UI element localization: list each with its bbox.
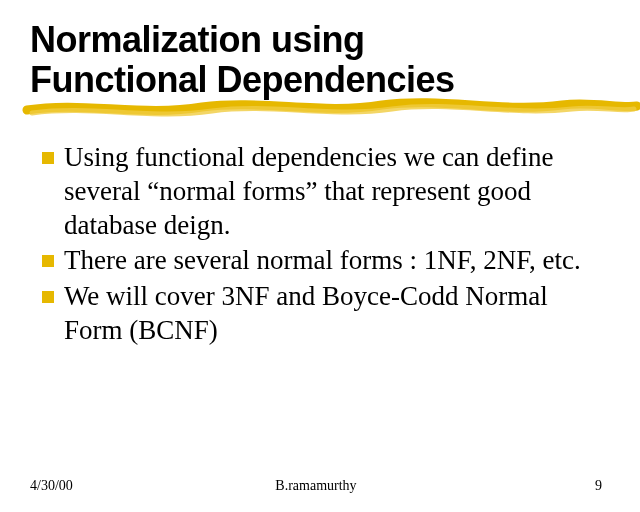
slide-footer: 4/30/00 B.ramamurthy 9 [30,478,610,494]
bullet-list: Using functional dependencies we can def… [30,141,610,478]
footer-author: B.ramamurthy [130,478,502,494]
bullet-marker-icon [42,255,54,267]
title-underline [30,101,610,127]
bullet-text: Using functional dependencies we can def… [64,141,610,242]
bullet-marker-icon [42,291,54,303]
bullet-item: There are several normal forms : 1NF, 2N… [42,244,610,278]
bullet-text: There are several normal forms : 1NF, 2N… [64,244,610,278]
bullet-marker-icon [42,152,54,164]
slide-title: Normalization using Functional Dependenc… [30,20,610,99]
brush-stroke-icon [22,95,640,125]
title-line-1: Normalization using [30,19,365,60]
bullet-text: We will cover 3NF and Boyce-Codd Normal … [64,280,610,348]
footer-page-number: 9 [502,478,602,494]
bullet-item: We will cover 3NF and Boyce-Codd Normal … [42,280,610,348]
bullet-item: Using functional dependencies we can def… [42,141,610,242]
title-line-2: Functional Dependencies [30,59,455,100]
slide: Normalization using Functional Dependenc… [0,0,640,512]
footer-date: 4/30/00 [30,478,130,494]
